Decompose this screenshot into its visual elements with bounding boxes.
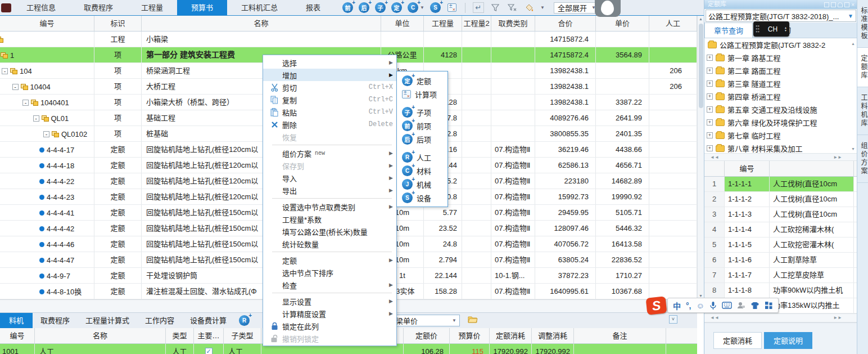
tree-item[interactable]: 公路工程预算定额(JTG/T 3832-2 xyxy=(704,38,857,51)
fill-color-icon[interactable] xyxy=(523,2,535,13)
quota-row[interactable]: 41-1-1-4人工砍挖稀灌木林( xyxy=(704,222,857,238)
app-corner-icon[interactable] xyxy=(1,3,11,12)
main-checkbox[interactable]: ✓ xyxy=(205,348,213,354)
quota-row[interactable]: 71-1-1-7人工挖草皮除草 xyxy=(704,268,857,283)
tree-scroll-up-icon[interactable]: ▲ xyxy=(851,42,855,46)
add-back-icon[interactable]: 后 xyxy=(359,2,369,13)
submenu-item[interactable]: S设备 xyxy=(397,191,447,204)
float-icon[interactable] xyxy=(831,2,836,7)
menu-item[interactable]: 工程量*系数 xyxy=(263,213,396,225)
ime-updown-icon[interactable]: ▲▼ xyxy=(784,26,789,32)
expand-all-dropdown[interactable]: 全部展开 ▼ xyxy=(554,2,600,14)
sogou-logo-icon[interactable]: S xyxy=(646,296,667,315)
add-material-caret-icon[interactable]: ▼ xyxy=(420,5,424,10)
skin-icon[interactable] xyxy=(751,302,760,310)
open-folder-icon[interactable] xyxy=(468,315,478,323)
tree-item[interactable]: +第七章 临时工程 xyxy=(704,129,857,142)
detail-tab[interactable]: 取费程序 xyxy=(33,313,78,328)
menu-item[interactable]: 显示设置▶ xyxy=(263,295,396,307)
tree-scroll-down-icon[interactable]: ▼ xyxy=(851,147,855,151)
menu-item[interactable]: 统计砼数量 xyxy=(263,238,396,250)
scroll-thumb[interactable] xyxy=(699,24,703,108)
expand-icon[interactable]: + xyxy=(707,80,713,87)
restore-icon[interactable] xyxy=(844,2,849,7)
add-front-icon[interactable]: 前 xyxy=(342,2,353,13)
quota-tab[interactable]: 章节查询 xyxy=(704,23,753,38)
tab-quantity[interactable]: 工程量 xyxy=(127,0,177,15)
tree-item[interactable]: +第三章 隧道工程 xyxy=(704,77,857,90)
quota-row[interactable]: 81-1-1-8功率90kW以内推土机 xyxy=(704,283,857,298)
menu-item[interactable]: 撤销列锁定 xyxy=(263,332,396,344)
tab-budget-book[interactable]: 预算书 xyxy=(177,0,227,15)
add-child-icon[interactable]: 子 xyxy=(375,2,386,13)
tree-h-scrollbar[interactable]: ◄◄►► xyxy=(704,153,857,161)
side-tab-工料机库[interactable]: 工料机库 xyxy=(857,87,868,135)
collapse-toggle-icon[interactable]: - xyxy=(43,131,49,137)
tree-item[interactable]: +第二章 路面工程 xyxy=(704,64,857,77)
expand-icon[interactable]: + xyxy=(707,106,713,113)
menu-item[interactable]: 检查▶ xyxy=(263,279,396,291)
fill-color-caret-icon[interactable]: ▼ xyxy=(540,5,545,10)
menu-item[interactable]: 锁定在此列 xyxy=(263,320,396,332)
menu-item[interactable]: 定额▶ xyxy=(263,254,396,266)
side-tab-定额库[interactable]: 定额库 xyxy=(857,48,868,87)
tab-project-info[interactable]: 工程信息 xyxy=(12,0,70,15)
menu-item[interactable]: 导入▶ xyxy=(263,172,396,184)
quota-row[interactable]: 51-1-1-5人工砍挖密灌木林( xyxy=(704,238,857,253)
quota-detail-tab[interactable]: 定额说明 xyxy=(764,332,812,349)
side-tab-标准模板[interactable]: 标准模板 xyxy=(857,0,868,48)
menu-item[interactable]: 组价方案new▶ xyxy=(263,147,396,159)
menu-item[interactable]: 删除Delete xyxy=(263,118,396,131)
submenu-item[interactable]: 后后项 xyxy=(397,132,447,146)
tab-fee-program[interactable]: 取费程序 xyxy=(70,0,127,15)
submenu-item[interactable]: C材料 xyxy=(397,164,447,177)
tab-report[interactable]: 报表 xyxy=(292,0,334,15)
menu-item[interactable]: 设置选中节点取费类别▶ xyxy=(263,200,396,213)
return-icon[interactable]: ↵ xyxy=(473,2,484,13)
collapse-toggle-icon[interactable]: - xyxy=(2,68,8,74)
expand-icon[interactable]: + xyxy=(707,119,713,126)
toolbox-icon[interactable] xyxy=(765,301,773,310)
detail-tab[interactable]: 设备费计算 xyxy=(182,313,234,328)
collapse-toggle-icon[interactable]: - xyxy=(22,100,29,106)
expand-icon[interactable]: + xyxy=(707,93,713,100)
quota-row[interactable]: 61-1-1-6人工割草除草 xyxy=(704,253,857,268)
quota-h-scrollbar[interactable]: ◄◄►► xyxy=(704,313,857,322)
dock-icon[interactable] xyxy=(824,2,829,7)
menu-item[interactable]: 粘贴Ctrl+V xyxy=(263,106,396,118)
add-material-icon[interactable]: C xyxy=(408,2,418,13)
calc-item-icon[interactable] xyxy=(446,2,458,13)
menu-item[interactable]: 选中节点下排序 xyxy=(263,266,396,279)
filter-icon[interactable] xyxy=(490,2,501,13)
menu-item[interactable]: 增加▶ xyxy=(263,69,396,81)
menu-item[interactable]: 选择▶ xyxy=(263,56,396,69)
expand-icon[interactable]: + xyxy=(707,55,713,61)
account-icon[interactable] xyxy=(737,301,745,310)
quota-row[interactable]: 11-1-1-1人工伐树(直径10cm xyxy=(704,177,857,192)
tree-item[interactable]: +第一章 路基工程 xyxy=(704,51,857,64)
menu-item[interactable]: 恢复 xyxy=(263,131,396,143)
tree-item[interactable]: +第六章 绿化及环境保护工程 xyxy=(704,116,857,129)
close-icon[interactable]: × xyxy=(851,2,855,7)
emoji-icon[interactable]: ☺ xyxy=(697,301,704,310)
quota-row[interactable]: 21-1-1-2人工伐树(直径10cm xyxy=(704,192,857,207)
quota-book-dropdown[interactable]: 公路工程预算定额(JTG/T 3832-2018)_... ▼ xyxy=(706,10,856,22)
detail-tab[interactable]: 工程量计算式 xyxy=(78,313,137,328)
add-quota-icon[interactable]: 定 xyxy=(391,2,402,13)
detail-tab[interactable]: 料机 xyxy=(0,313,33,328)
menu-item[interactable]: 剪切Ctrl+X xyxy=(263,81,396,93)
main-vertical-scrollbar[interactable]: ▲ ▼ xyxy=(697,16,704,299)
tab-labor-material-summary[interactable]: 工料机汇总 xyxy=(227,0,292,15)
quota-detail-tab[interactable]: 定额消耗 xyxy=(713,332,762,349)
add-equipment-icon[interactable]: S xyxy=(430,2,441,13)
filter-clear-icon[interactable] xyxy=(507,2,518,13)
menu-item[interactable]: 计算精度设置▶ xyxy=(263,307,396,320)
menu-item[interactable]: 复制Ctrl+C xyxy=(263,93,396,106)
collapse-toggle-icon[interactable]: - xyxy=(33,115,39,122)
ime-grip-icon[interactable]: ●●●●●● xyxy=(756,25,761,33)
collapse-panel-button[interactable]: ˅ xyxy=(669,315,677,324)
menu-item[interactable]: 填写公路公里(桥长米)数量 xyxy=(263,225,396,238)
menu-item[interactable]: 保存到▶ xyxy=(263,159,396,172)
ime-language-box[interactable]: ●●●●●● CH ▲▼ xyxy=(753,21,789,37)
side-tab-组价方案[interactable]: 组价方案 xyxy=(857,135,868,183)
